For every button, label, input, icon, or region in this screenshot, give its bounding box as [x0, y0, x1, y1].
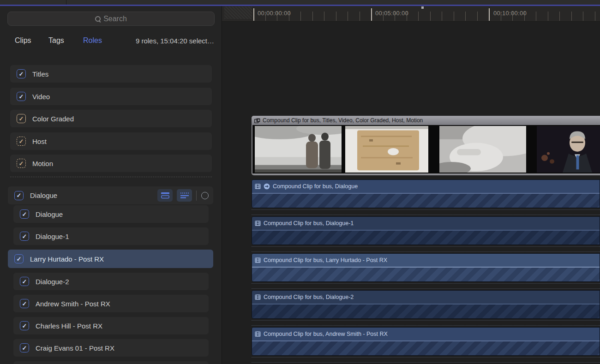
- search-input[interactable]: Search: [7, 12, 215, 26]
- role-checkbox[interactable]: ✓: [20, 209, 29, 219]
- filmstrip-icon: [255, 294, 261, 300]
- audio-compound-clip[interactable]: Compound Clip for bus, Dialogue-2: [252, 290, 600, 319]
- audio-lanes-icon: [180, 192, 189, 199]
- lane-separator: [252, 282, 600, 290]
- audio-clip-header: Compound Clip for bus, Dialogue-1: [252, 217, 600, 230]
- audio-clip-header: Compound Clip for bus, Andrew Smith - Po…: [252, 328, 600, 340]
- thumbnail-papyrus-manuscript: [345, 126, 428, 173]
- role-checkbox[interactable]: ✓: [20, 232, 29, 241]
- role-label: Video: [32, 93, 50, 101]
- tab-clips[interactable]: Clips: [15, 36, 31, 45]
- audio-clip-stripes: [252, 304, 600, 318]
- role-checkbox[interactable]: ✓: [17, 114, 26, 123]
- video-clip-header: Compound Clip for bus, Titles, Video, Co…: [252, 116, 600, 125]
- role-row-dialogue-parent[interactable]: ✓Dialogue: [8, 186, 213, 204]
- subrole-row[interactable]: ✓Craig Evans 01 - Post RX: [13, 339, 209, 357]
- subrole-label: Larry Hurtado - Post RX: [30, 255, 104, 263]
- ruler-tick-minor: [571, 12, 572, 21]
- lane-separator-line: [252, 246, 600, 247]
- role-checkbox[interactable]: ✓: [17, 92, 26, 101]
- ruler-tick-major: [371, 8, 372, 21]
- button-group-divider: [196, 191, 197, 201]
- video-compound-clip[interactable]: Compound Clip for bus, Titles, Video, Co…: [252, 116, 600, 175]
- lane-separator-line: [252, 325, 600, 326]
- subrole-row[interactable]: ✓Dialogue: [13, 205, 209, 223]
- ruler-tick-minor: [360, 12, 360, 21]
- ruler-tick-minor: [548, 12, 548, 21]
- show-single-lane-button[interactable]: [157, 189, 173, 202]
- role-label: Host: [32, 137, 47, 145]
- audio-clip-title: Compound Clip for bus, Dialogue-1: [264, 220, 354, 227]
- audio-clip-stripes: [252, 194, 600, 208]
- ruler-tick-minor: [300, 12, 301, 21]
- role-label: Dialogue: [30, 191, 57, 199]
- subrole-row[interactable]: ✓Larry Hurtado - Post RX: [8, 250, 213, 268]
- role-row[interactable]: ✓Color Graded: [10, 110, 212, 127]
- role-checkbox[interactable]: ✓: [17, 159, 26, 168]
- audio-clip-stripes: [252, 268, 600, 281]
- video-clip-title: Compound Clip for bus, Titles, Video, Co…: [263, 117, 423, 124]
- show-audio-lanes-button[interactable]: [177, 189, 192, 202]
- subrole-label: Andrew Smith - Post RX: [36, 300, 110, 308]
- filmstrip-icon: [255, 257, 261, 263]
- lane-separator: [252, 245, 600, 253]
- audio-compound-clip[interactable]: Compound Clip for bus, Andrew Smith - Po…: [252, 327, 600, 356]
- role-checkbox[interactable]: ✓: [20, 299, 29, 308]
- filmstrip-icon: [255, 331, 261, 337]
- timeline-marker-dot[interactable]: [421, 6, 424, 9]
- audio-compound-clip[interactable]: Compound Clip for bus, Dialogue-1: [252, 216, 600, 245]
- subrole-row[interactable]: ✓Dialogue-1: [13, 227, 209, 245]
- search-placeholder: Search: [103, 15, 127, 23]
- role-label: Titles: [32, 70, 48, 78]
- timecode-label: 00:10:00:00: [493, 10, 527, 17]
- fcpx-window: Search 9 roles, 15:04:20 select… ClipsTa…: [0, 0, 600, 364]
- ruler-tick-minor: [465, 12, 466, 21]
- role-checkbox[interactable]: ✓: [14, 191, 24, 200]
- role-checkbox[interactable]: ✓: [20, 321, 29, 330]
- audio-clip-stripes: [252, 231, 600, 245]
- subrole-row[interactable]: ✓Andrew Smith - Post RX: [13, 295, 209, 312]
- audio-clip-title: Compound Clip for bus, Dialogue: [273, 183, 358, 190]
- role-checkbox[interactable]: ✓: [17, 137, 26, 146]
- role-row[interactable]: ✓Video: [10, 88, 212, 105]
- audio-compound-clip[interactable]: Compound Clip for bus, Larry Hurtado - P…: [252, 253, 600, 282]
- role-row[interactable]: ✓Motion: [10, 155, 212, 172]
- tab-roles[interactable]: Roles: [83, 36, 102, 45]
- subrole-row[interactable]: ✓Dialogue-2: [13, 273, 209, 290]
- ruler-tick-minor: [454, 12, 454, 21]
- toolbar-strip: [0, 0, 600, 5]
- timeline-ruler[interactable]: 00:00:00:0000:05:00:0000:10:00:00: [222, 6, 600, 22]
- list-item-partial[interactable]: [13, 361, 209, 364]
- role-row[interactable]: ✓Titles: [10, 65, 212, 83]
- role-checkbox[interactable]: ✓: [20, 277, 29, 286]
- tab-tags[interactable]: Tags: [48, 36, 64, 45]
- role-checkbox[interactable]: ✓: [20, 343, 29, 352]
- filmstrip-icon: [255, 184, 261, 189]
- ruler-tick-minor: [477, 12, 478, 21]
- lane-separator: [252, 356, 600, 364]
- compound-clip-icon: [254, 118, 260, 123]
- role-checkbox[interactable]: ✓: [14, 254, 24, 263]
- subrole-label: Dialogue: [36, 210, 63, 218]
- lane-separator-line: [252, 209, 600, 210]
- role-label: Motion: [32, 160, 53, 167]
- ruler-tick-minor: [442, 12, 442, 21]
- audio-compound-clip[interactable]: Compound Clip for bus, Dialogue: [252, 179, 600, 208]
- ruler-tick-major: [489, 8, 490, 21]
- filmstrip-icon: [255, 221, 261, 226]
- audio-clip-header: Compound Clip for bus, Dialogue: [252, 180, 600, 193]
- subrole-label: Craig Evans 01 - Post RX: [36, 344, 114, 352]
- role-checkbox[interactable]: ✓: [17, 69, 26, 78]
- lane-separator-line: [252, 357, 600, 358]
- role-row[interactable]: ✓Host: [10, 132, 212, 150]
- timecode-label: 00:05:00:00: [375, 10, 408, 17]
- focus-button[interactable]: [201, 192, 209, 199]
- audio-clip-title: Compound Clip for bus, Andrew Smith - Po…: [264, 331, 388, 337]
- ruler-prezero-hatch: [224, 6, 252, 19]
- toolbar-divider: [66, 0, 66, 5]
- subrole-row[interactable]: ✓Charles Hill - Post RX: [13, 317, 209, 334]
- ruler-tick-minor: [312, 12, 313, 21]
- search-icon: [95, 16, 100, 21]
- audio-clip-header: Compound Clip for bus, Larry Hurtado - P…: [252, 254, 600, 267]
- ruler-tick-minor: [559, 12, 560, 21]
